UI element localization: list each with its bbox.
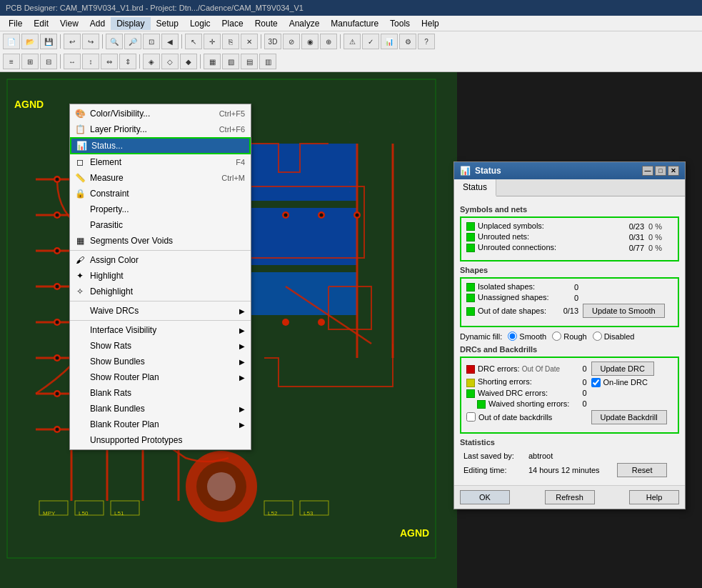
tb-sep-5: [340, 34, 341, 49]
tb-via[interactable]: ◉: [301, 34, 319, 49]
menu-item-layer-priority[interactable]: 📋 Layer Priority... Ctrl+F6: [70, 121, 251, 137]
menu-item-dehighlight[interactable]: ✧ Dehighlight: [70, 284, 251, 299]
menu-display[interactable]: Display: [111, 17, 150, 30]
online-drc-label[interactable]: On-line DRC: [591, 378, 673, 387]
online-drc-checkbox[interactable]: [591, 378, 601, 387]
tb2-10[interactable]: ◆: [180, 54, 197, 69]
tb2-9[interactable]: ◇: [161, 54, 179, 69]
tb-route[interactable]: ⊘: [283, 34, 300, 49]
menu-route[interactable]: Route: [249, 17, 284, 30]
menu-item-unsupported-prototypes[interactable]: Unsupported Prototypes: [70, 432, 251, 448]
menu-analyze[interactable]: Analyze: [284, 17, 326, 30]
tb2-4[interactable]: ↔: [64, 54, 81, 69]
rough-radio[interactable]: [552, 332, 561, 341]
svg-point-60: [356, 214, 359, 217]
tb-new[interactable]: 📄: [3, 34, 20, 49]
tb-help[interactable]: ?: [418, 34, 435, 49]
tb2-14[interactable]: ▥: [259, 54, 276, 69]
menu-item-status[interactable]: 📊 Status...: [70, 137, 251, 154]
tb-copy[interactable]: ⎘: [222, 34, 239, 49]
tb-check[interactable]: ✓: [362, 34, 379, 49]
arrow-icon: ▶: [239, 374, 245, 382]
menu-item-segments[interactable]: ▦ Segments Over Voids: [70, 233, 251, 249]
tb2-7[interactable]: ⇕: [119, 54, 136, 69]
help-btn[interactable]: Help: [629, 490, 679, 504]
menu-item-constraint[interactable]: 🔒 Constraint: [70, 186, 251, 201]
smooth-radio-label[interactable]: Smooth: [508, 332, 546, 341]
tb-select[interactable]: ↖: [185, 34, 202, 49]
tb-open[interactable]: 📂: [21, 34, 39, 49]
backdrills-checkbox-label[interactable]: Out of date backdrills: [466, 412, 578, 422]
menu-item-blank-bundles[interactable]: Blank Bundles ▶: [70, 401, 251, 417]
backdrills-checkbox[interactable]: [466, 412, 476, 422]
rough-radio-label[interactable]: Rough: [552, 332, 586, 341]
tb-settings[interactable]: ⚙: [399, 34, 416, 49]
menu-item-parasitic[interactable]: Parasitic: [70, 217, 251, 233]
menu-manufacture[interactable]: Manufacture: [325, 17, 384, 30]
update-drc-btn[interactable]: Update DRC: [591, 362, 654, 376]
tb2-13[interactable]: ▤: [241, 54, 258, 69]
tb-fit[interactable]: ⊡: [143, 34, 160, 49]
ok-btn[interactable]: OK: [460, 490, 510, 504]
tb-move[interactable]: ✛: [204, 34, 221, 49]
tb2-11[interactable]: ▦: [204, 54, 221, 69]
menu-view[interactable]: View: [54, 17, 84, 30]
menu-item-show-router-plan[interactable]: Show Router Plan ▶: [70, 369, 251, 385]
update-to-smooth-btn[interactable]: Update to Smooth: [583, 304, 665, 318]
menu-item-label: Interface Visibility: [90, 325, 156, 335]
dialog-titlebar-buttons: — □ ✕: [642, 166, 679, 176]
svg-point-41: [56, 178, 59, 181]
tb-zoom-prev[interactable]: ◀: [161, 34, 179, 49]
menu-tools[interactable]: Tools: [384, 17, 416, 30]
dialog-minimize-btn[interactable]: —: [642, 166, 653, 176]
update-backdrill-btn[interactable]: Update Backdrill: [591, 410, 667, 424]
tb-zoom-in[interactable]: 🔍: [106, 34, 123, 49]
tb2-2[interactable]: ⊞: [21, 54, 39, 69]
tb-save[interactable]: 💾: [40, 34, 57, 49]
menu-item-waive-drcs[interactable]: Waive DRCs ▶: [70, 303, 251, 319]
menu-item-element[interactable]: ◻ Element F4: [70, 154, 251, 170]
tb-redo[interactable]: ↪: [82, 34, 99, 49]
menu-item-color-visibility[interactable]: 🎨 Color/Visibility... Ctrl+F5: [70, 106, 251, 121]
dialog-close-btn[interactable]: ✕: [668, 166, 679, 176]
tb-report[interactable]: 📊: [381, 34, 398, 49]
menu-item-show-rats[interactable]: Show Rats ▶: [70, 338, 251, 354]
tab-status[interactable]: Status: [454, 179, 496, 196]
menu-item-blank-router-plan[interactable]: Blank Router Plan ▶: [70, 417, 251, 432]
tb-3d[interactable]: 3D: [264, 34, 281, 49]
tb2-5[interactable]: ↕: [82, 54, 99, 69]
tb2-6[interactable]: ⇔: [101, 54, 118, 69]
menu-item-property[interactable]: Property...: [70, 201, 251, 217]
menu-item-measure[interactable]: 📏 Measure Ctrl+M: [70, 170, 251, 186]
tb2-8[interactable]: ◈: [143, 54, 160, 69]
menu-item-interface-visibility[interactable]: Interface Visibility ▶: [70, 322, 251, 338]
menu-edit[interactable]: Edit: [28, 17, 54, 30]
disabled-radio-label[interactable]: Disabled: [593, 332, 635, 341]
menu-item-blank-rats[interactable]: Blank Rats: [70, 385, 251, 401]
menu-item-highlight[interactable]: ✦ Highlight: [70, 268, 251, 284]
unplaced-symbols-percent: 0 %: [646, 221, 675, 231]
menu-logic[interactable]: Logic: [184, 17, 216, 30]
menu-file[interactable]: File: [3, 17, 28, 30]
disabled-radio[interactable]: [593, 332, 602, 341]
refresh-btn[interactable]: Refresh: [545, 490, 595, 504]
tb-drc[interactable]: ⚠: [344, 34, 361, 49]
smooth-radio[interactable]: [508, 332, 517, 341]
dialog-maximize-btn[interactable]: □: [655, 166, 666, 176]
tb2-12[interactable]: ▧: [222, 54, 239, 69]
menu-place[interactable]: Place: [216, 17, 249, 30]
tb2-1[interactable]: ≡: [3, 54, 20, 69]
tb-delete[interactable]: ✕: [241, 34, 258, 49]
tb-pad[interactable]: ⊕: [320, 34, 337, 49]
menu-add[interactable]: Add: [84, 17, 111, 30]
tb2-3[interactable]: ⊟: [40, 54, 57, 69]
menu-setup[interactable]: Setup: [151, 17, 184, 30]
tb-zoom-out[interactable]: 🔎: [124, 34, 141, 49]
svg-point-63: [207, 472, 236, 501]
menu-item-label: Measure: [90, 173, 124, 183]
menu-item-assign-color[interactable]: 🖌 Assign Color: [70, 252, 251, 268]
reset-btn[interactable]: Reset: [617, 463, 667, 477]
tb-undo[interactable]: ↩: [64, 34, 81, 49]
menu-help[interactable]: Help: [416, 17, 445, 30]
menu-item-show-bundles[interactable]: Show Bundles ▶: [70, 354, 251, 369]
